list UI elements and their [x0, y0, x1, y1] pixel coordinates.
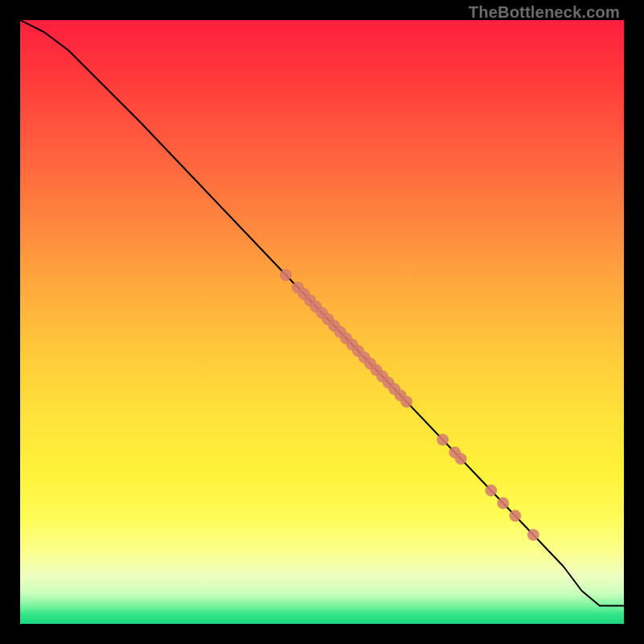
data-point [497, 497, 509, 509]
chart-svg [20, 20, 624, 624]
watermark-label: TheBottleneck.com [469, 3, 620, 22]
data-point [401, 396, 412, 407]
data-point [528, 529, 539, 540]
plot-area [20, 20, 624, 624]
data-point [510, 510, 521, 522]
data-point [485, 485, 497, 496]
chart-stage: TheBottleneck.com [0, 0, 644, 644]
data-point [456, 453, 467, 464]
scatter-points [280, 270, 539, 541]
data-point [437, 434, 448, 445]
data-point [280, 270, 291, 281]
